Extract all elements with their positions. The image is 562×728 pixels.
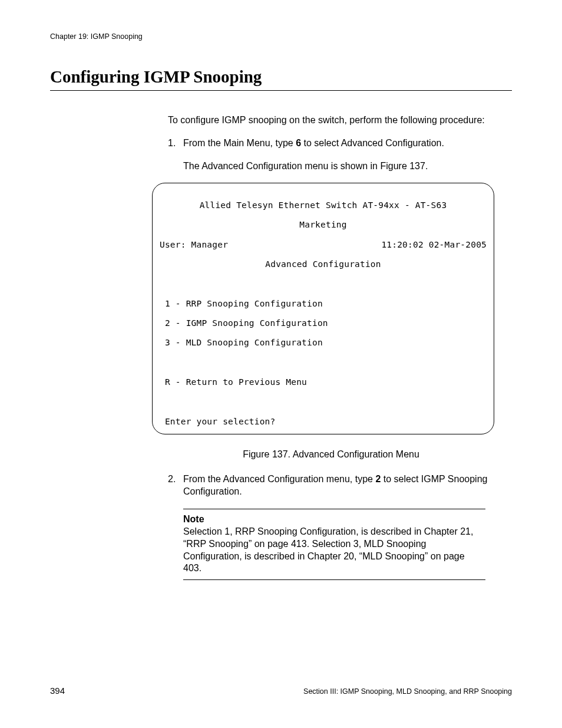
terminal-blank [160,279,487,289]
terminal-return: R - Return to Previous Menu [160,377,487,387]
note-bottom-rule [183,579,485,580]
step-1-text-post: to select Advanced Configuration. [301,138,444,148]
terminal-screenshot: Allied Telesyn Ethernet Switch AT-94xx -… [152,183,494,434]
intro-paragraph: To configure IGMP snooping on the switch… [168,114,494,127]
terminal-subtitle: Marketing [160,220,487,230]
footer-page-number: 394 [50,686,65,696]
step-2-key: 2 [375,474,381,484]
step-1: 1. From the Main Menu, type 6 to select … [168,137,494,150]
step-2-text-pre: From the Advanced Configuration menu, ty… [183,474,375,484]
note-block: Note Selection 1, RRP Snooping Configura… [183,509,485,580]
note-label: Note [183,514,485,525]
title-rule [50,90,512,91]
step-1-text-pre: From the Main Menu, type [183,138,296,148]
step-1-body: From the Main Menu, type 6 to select Adv… [183,137,494,150]
step-2-body: From the Advanced Configuration menu, ty… [183,473,494,498]
terminal-blank-3 [160,397,487,407]
step-1-key: 6 [296,138,301,148]
page-footer: 394 Section III: IGMP Snooping, MLD Snoo… [50,686,512,696]
terminal-title: Allied Telesyn Ethernet Switch AT-94xx -… [160,200,487,210]
terminal-user: User: Manager [160,240,228,250]
note-top-rule [183,509,485,509]
terminal-option-2: 2 - IGMP Snooping Configuration [160,318,487,328]
note-body: Selection 1, RRP Snooping Configuration,… [183,526,485,575]
terminal-option-3: 3 - MLD Snooping Configuration [160,338,487,348]
terminal-prompt: Enter your selection? [160,417,487,427]
step-2: 2. From the Advanced Configuration menu,… [168,473,494,498]
step-1-number: 1. [168,137,183,150]
running-header: Chapter 19: IGMP Snooping [50,32,512,41]
terminal-datetime: 11:20:02 02-Mar-2005 [381,240,487,250]
terminal-blank-2 [160,358,487,368]
page-title: Configuring IGMP Snooping [50,67,512,87]
terminal-menu-title: Advanced Configuration [160,259,487,269]
terminal-option-1: 1 - RRP Snooping Configuration [160,299,487,309]
step-1-subtext: The Advanced Configuration menu is shown… [183,160,494,173]
footer-section: Section III: IGMP Snooping, MLD Snooping… [303,687,512,696]
figure-caption: Figure 137. Advanced Configuration Menu [168,449,494,461]
step-2-number: 2. [168,473,183,498]
